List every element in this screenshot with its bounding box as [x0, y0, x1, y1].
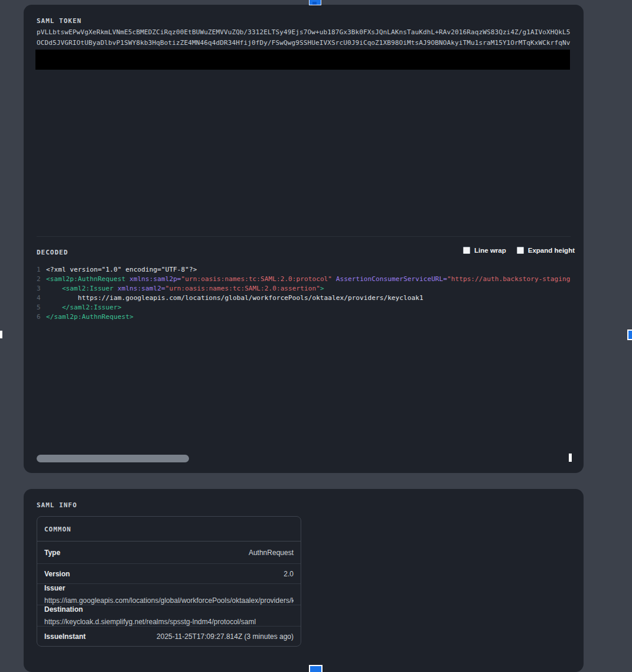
resize-handle-top-icon[interactable]	[309, 0, 321, 5]
info-row-destination: Destinationhttps://keycloak.d.siemplifyg…	[37, 605, 301, 627]
decoded-options: Line wrapExpand height	[463, 247, 575, 254]
line-number: 6	[37, 312, 43, 322]
code-content: <?xml version="1.0" encoding="UTF-8"?>	[46, 265, 197, 275]
code-content: https://iam.googleapis.com/locations/glo…	[46, 293, 423, 303]
info-value: AuthnRequest	[249, 549, 294, 557]
token-selection-highlight	[35, 50, 570, 70]
info-label: Destination	[44, 605, 294, 614]
code-line: 4 https://iam.googleapis.com/locations/g…	[37, 293, 582, 303]
line-number: 1	[37, 265, 43, 275]
decoded-title: DECODED	[37, 249, 68, 256]
code-content: <saml2p:AuthnRequest xmlns:saml2p="urn:o…	[46, 275, 570, 284]
checkbox-icon[interactable]	[463, 247, 470, 254]
code-line: 6</saml2p:AuthnRequest>	[37, 312, 582, 322]
info-row-type: TypeAuthnRequest	[37, 541, 301, 564]
resize-handle-left-icon[interactable]	[0, 331, 2, 338]
info-value: https://iam.googleapis.com/locations/glo…	[44, 596, 294, 605]
checkbox-icon[interactable]	[517, 247, 524, 254]
token-line: pVLLbtswEPwVgXeRkmLVNmE5cBMEDZCiRqz00EtB…	[37, 27, 572, 38]
info-value: 2.0	[284, 570, 294, 578]
token-section-divider	[37, 236, 571, 237]
token-line: OCDd5JVGRIOtUByaDlbvP1SWY8kb3HqBotizZE4M…	[37, 38, 572, 48]
info-label: Issuer	[44, 584, 294, 592]
decoded-code-viewer[interactable]: 1<?xml version="1.0" encoding="UTF-8"?>2…	[37, 265, 582, 460]
checkbox-expand-height[interactable]: Expand height	[517, 247, 575, 254]
code-content: </saml2:Issuer>	[46, 303, 122, 312]
info-row-issueinstant: IssueInstant2025-11-25T17:09:27.814Z (3 …	[37, 627, 301, 646]
info-label: Type	[44, 549, 60, 557]
code-line: 3 <saml2:Issuer xmlns:saml2="urn:oasis:n…	[37, 284, 582, 293]
code-line: 1<?xml version="1.0" encoding="UTF-8"?>	[37, 265, 582, 275]
info-row-issuer: Issuerhttps://iam.googleapis.com/locatio…	[37, 584, 301, 605]
saml-token-panel: SAML TOKEN pVLLbtswEPwVgXeRkmLVNmE5cBMED…	[24, 5, 584, 473]
checkbox-label[interactable]: Line wrap	[474, 247, 506, 254]
resize-handle-bottom-icon[interactable]	[309, 665, 322, 672]
saml-token-title: SAML TOKEN	[37, 17, 82, 25]
saml-info-title: SAML INFO	[37, 501, 77, 509]
common-card-title: COMMON	[37, 517, 301, 541]
line-number: 2	[37, 275, 43, 284]
line-number: 4	[37, 293, 43, 303]
checkbox-line-wrap[interactable]: Line wrap	[463, 247, 506, 254]
code-content: </saml2p:AuthnRequest>	[46, 312, 133, 322]
line-number: 3	[37, 284, 43, 293]
info-row-version: Version2.0	[37, 564, 301, 584]
horizontal-scrollbar-thumb[interactable]	[37, 455, 189, 462]
code-content: <saml2:Issuer xmlns:saml2="urn:oasis:nam…	[46, 284, 324, 293]
common-info-card: COMMON TypeAuthnRequestVersion2.0Issuerh…	[37, 516, 301, 647]
code-line: 2<saml2p:AuthnRequest xmlns:saml2p="urn:…	[37, 275, 582, 284]
info-value: 2025-11-25T17:09:27.814Z (3 minutes ago)	[157, 632, 294, 641]
text-cursor	[569, 454, 572, 462]
resize-handle-right-icon[interactable]	[627, 330, 632, 340]
info-value: https://keycloak.d.siemplifyg.net/realms…	[44, 618, 294, 626]
code-line: 5 </saml2:Issuer>	[37, 303, 582, 312]
saml-token-textarea[interactable]: pVLLbtswEPwVgXeRkmLVNmE5cBMEDZCiRqz00EtB…	[37, 27, 572, 48]
line-number: 5	[37, 303, 43, 312]
info-label: Version	[44, 570, 70, 578]
common-card-rows: TypeAuthnRequestVersion2.0Issuerhttps://…	[37, 541, 301, 646]
checkbox-label[interactable]: Expand height	[528, 247, 575, 254]
info-label: IssueInstant	[44, 632, 86, 641]
saml-info-panel: SAML INFO COMMON TypeAuthnRequestVersion…	[24, 489, 584, 672]
